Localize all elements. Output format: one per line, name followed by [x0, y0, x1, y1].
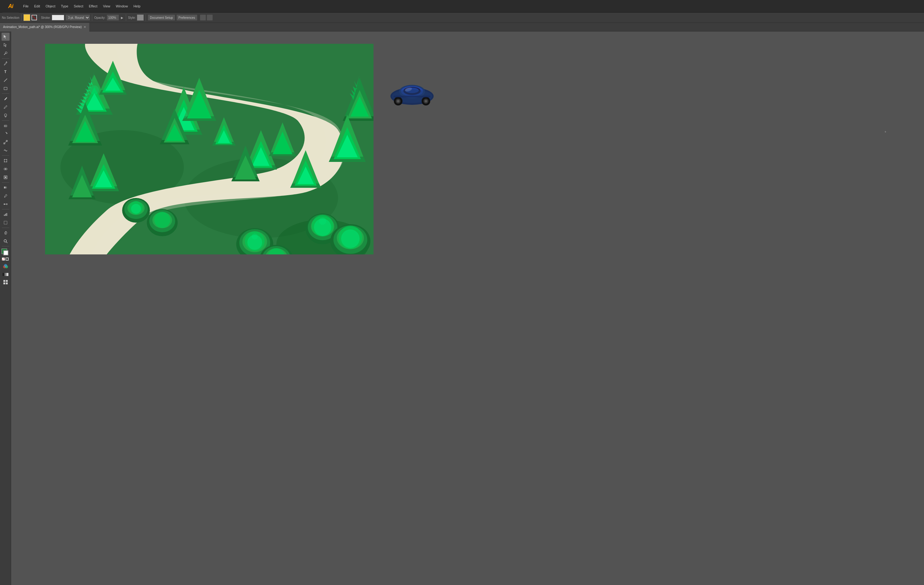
- svg-point-36: [4, 264, 7, 267]
- zoom-tool[interactable]: [2, 237, 10, 245]
- svg-rect-6: [4, 87, 7, 90]
- stroke-weight-select[interactable]: 3 pt. Round: [65, 15, 90, 21]
- menu-window[interactable]: Window: [114, 3, 130, 9]
- blob-brush-tool[interactable]: [2, 111, 10, 119]
- svg-rect-28: [4, 215, 5, 216]
- menu-effect[interactable]: Effect: [86, 3, 100, 9]
- scale-tool[interactable]: [2, 138, 10, 146]
- svg-rect-9: [4, 125, 7, 127]
- shape-builder-tool[interactable]: [2, 165, 10, 173]
- line-tool[interactable]: [2, 76, 10, 84]
- menu-edit[interactable]: Edit: [32, 3, 43, 9]
- tab-filename: Animation_Motion_path.ai* @ 300% (RGB/GP…: [3, 25, 82, 29]
- menu-object[interactable]: Object: [43, 3, 58, 9]
- svg-point-26: [6, 204, 7, 205]
- svg-point-135: [319, 218, 326, 225]
- gradient-tool[interactable]: [2, 183, 10, 191]
- tab-close-icon[interactable]: ✕: [84, 25, 86, 29]
- opacity-input[interactable]: [107, 15, 119, 21]
- svg-rect-40: [3, 282, 5, 284]
- blend-tool[interactable]: [2, 200, 10, 208]
- menu-type[interactable]: Type: [59, 3, 71, 9]
- style-swatch[interactable]: [137, 15, 144, 21]
- fill-stroke-indicator[interactable]: [2, 249, 10, 257]
- car-object[interactable]: [387, 78, 437, 109]
- pencil-tool[interactable]: [2, 103, 10, 111]
- toolbar-sep-5: [145, 14, 146, 21]
- svg-point-145: [397, 100, 399, 102]
- svg-point-32: [4, 240, 7, 242]
- type-tool-letter: T: [4, 70, 7, 74]
- pattern-icon[interactable]: [2, 279, 9, 285]
- opacity-label: Opacity:: [94, 16, 106, 20]
- menu-bar: Ai File Edit Object Type Select Effect V…: [0, 0, 924, 13]
- svg-line-12: [4, 141, 7, 144]
- svg-point-4: [6, 62, 7, 63]
- magic-wand-tool[interactable]: [2, 49, 10, 58]
- color-mode-icon[interactable]: [2, 264, 9, 270]
- menu-view[interactable]: View: [101, 3, 113, 9]
- gradient-icon[interactable]: [2, 271, 9, 278]
- svg-point-105: [341, 229, 360, 248]
- stroke-label: Stroke:: [41, 16, 51, 20]
- svg-line-3: [4, 53, 5, 55]
- warp-tool[interactable]: [2, 147, 10, 155]
- svg-rect-38: [3, 280, 5, 282]
- rotate-tool[interactable]: [2, 130, 10, 138]
- app-logo: Ai: [2, 0, 19, 13]
- svg-rect-15: [4, 160, 7, 162]
- stroke-color-box[interactable]: [52, 15, 64, 20]
- svg-point-21: [5, 168, 7, 170]
- canvas-area[interactable]: +: [11, 31, 924, 585]
- svg-line-5: [4, 79, 7, 82]
- preferences-button[interactable]: Preferences: [177, 15, 197, 21]
- rectangle-tool[interactable]: [2, 84, 10, 92]
- eyedropper-tool[interactable]: [2, 192, 10, 200]
- type-tool[interactable]: T: [2, 68, 10, 76]
- svg-rect-18: [4, 161, 5, 162]
- svg-rect-41: [6, 282, 8, 284]
- svg-point-134: [258, 152, 264, 158]
- tool-sep-5: [2, 182, 9, 183]
- tab-bar: Animation_Motion_path.ai* @ 300% (RGB/GP…: [0, 23, 924, 31]
- tool-sep-4: [2, 155, 9, 156]
- svg-point-132: [90, 86, 99, 95]
- hand-tool[interactable]: [2, 229, 10, 237]
- svg-rect-23: [5, 177, 6, 178]
- svg-rect-30: [7, 213, 7, 216]
- paintbrush-tool[interactable]: [2, 95, 10, 103]
- svg-marker-0: [4, 35, 6, 38]
- stroke-color-swatch[interactable]: [31, 15, 37, 20]
- control-bar: No Selection Stroke: 3 pt. Round Opacity…: [0, 13, 924, 23]
- arrange-icon[interactable]: [200, 15, 206, 21]
- tool-sep-6: [2, 209, 9, 209]
- menu-file[interactable]: File: [21, 3, 31, 9]
- stroke-indicator[interactable]: [3, 250, 8, 255]
- artboard-tool[interactable]: [2, 219, 10, 227]
- align-icon[interactable]: [207, 15, 213, 21]
- toolbar-sep-1: [21, 14, 21, 21]
- pen-tool[interactable]: [2, 59, 10, 68]
- document-tab[interactable]: Animation_Motion_path.ai* @ 300% (RGB/GP…: [0, 23, 89, 31]
- svg-point-148: [425, 100, 427, 102]
- menu-help[interactable]: Help: [131, 3, 143, 9]
- svg-point-136: [252, 234, 258, 240]
- free-transform-tool[interactable]: [2, 157, 10, 165]
- live-paint-tool[interactable]: [2, 173, 10, 181]
- selection-tool[interactable]: [2, 33, 10, 41]
- fill-color-swatch[interactable]: [23, 14, 30, 21]
- direct-selection-tool[interactable]: [2, 41, 10, 49]
- toolbar-sep-4: [126, 14, 126, 21]
- none-fill-icon[interactable]: [2, 257, 5, 260]
- document-setup-button[interactable]: Document Setup: [148, 15, 175, 21]
- none-stroke-icon[interactable]: [5, 257, 9, 260]
- svg-rect-39: [6, 280, 8, 282]
- artwork-svg: [45, 44, 373, 254]
- svg-rect-150: [394, 96, 431, 97]
- column-graph-tool[interactable]: [2, 210, 10, 218]
- opacity-arrow[interactable]: ▶: [120, 16, 124, 20]
- none-color-indicators: [2, 257, 9, 262]
- eraser-tool[interactable]: [2, 122, 10, 130]
- svg-rect-37: [3, 273, 8, 276]
- menu-select[interactable]: Select: [71, 3, 86, 9]
